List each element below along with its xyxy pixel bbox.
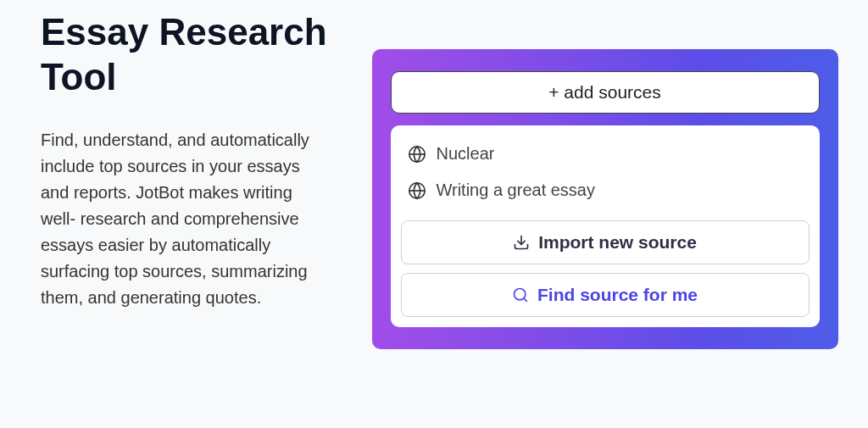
import-source-button[interactable]: Import new source [401, 220, 810, 264]
page-title: Essay Research Tool [41, 10, 342, 100]
download-icon [513, 234, 530, 251]
svg-line-6 [524, 298, 527, 302]
search-icon [512, 286, 529, 303]
find-source-button[interactable]: Find source for me [401, 273, 810, 317]
source-row[interactable]: Writing a great essay [401, 172, 810, 208]
source-label: Nuclear [437, 144, 495, 164]
source-row[interactable]: Nuclear [401, 136, 810, 172]
import-label: Import new source [538, 232, 697, 253]
source-label: Writing a great essay [437, 181, 596, 200]
globe-icon [408, 181, 426, 200]
sources-card: + add sources Nuclear Writing a great es… [372, 49, 838, 349]
sources-panel: Nuclear Writing a great essay Import new… [391, 125, 820, 327]
globe-icon [408, 145, 426, 164]
page-description: Find, understand, and automatically incl… [41, 127, 329, 311]
add-sources-button[interactable]: + add sources [391, 71, 820, 114]
find-label: Find source for me [537, 285, 698, 305]
